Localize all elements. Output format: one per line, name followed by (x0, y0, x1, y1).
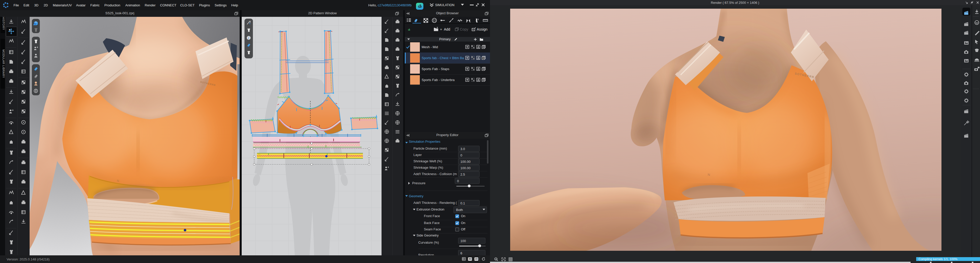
svg-text:N: N (708, 173, 710, 177)
svg-text:10: 10 (495, 258, 497, 260)
svg-text:N: N (117, 179, 119, 183)
